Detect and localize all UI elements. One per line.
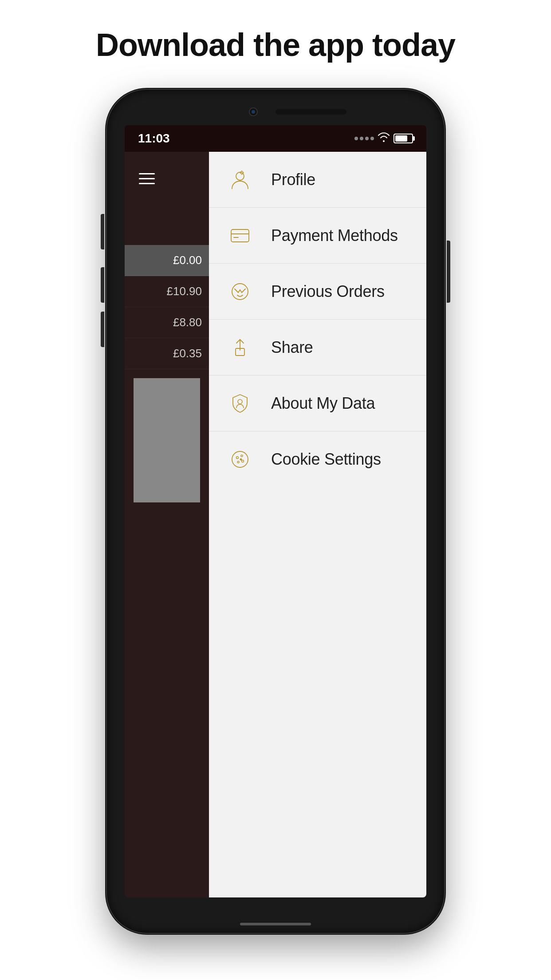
- menu-label-payment: Payment Methods: [271, 226, 398, 245]
- phone-bottom: [240, 915, 311, 933]
- payment-icon: [227, 222, 253, 249]
- orders-icon: [227, 278, 253, 305]
- svg-line-7: [238, 290, 240, 292]
- wifi-icon: [378, 132, 390, 145]
- hamburger-button[interactable]: [134, 165, 160, 192]
- menu-item-orders[interactable]: Previous Orders: [209, 264, 426, 320]
- price-item-4: £0.35: [125, 338, 209, 369]
- signal-dot-2: [360, 137, 363, 140]
- menu-item-share[interactable]: Share: [209, 320, 426, 375]
- status-icons: [354, 132, 413, 145]
- svg-line-5: [235, 289, 238, 292]
- data-icon: [227, 390, 253, 417]
- cookie-icon: [227, 446, 253, 473]
- home-indicator: [240, 923, 311, 925]
- hamburger-line-2: [139, 178, 155, 179]
- price-item-3: £8.80: [125, 307, 209, 338]
- svg-point-13: [236, 457, 239, 459]
- phone-speaker: [276, 109, 346, 115]
- signal-dots: [354, 137, 374, 140]
- svg-point-15: [237, 461, 239, 463]
- menu-label-share: Share: [271, 338, 313, 357]
- phone-device: 11:03: [107, 90, 444, 933]
- page-title: Download the app today: [96, 27, 455, 63]
- price-item-2: £10.90: [125, 276, 209, 307]
- left-sidebar: £0.00 £10.90 £8.80 £0.35: [125, 152, 209, 897]
- profile-icon: [227, 166, 253, 193]
- phone-camera: [249, 107, 258, 116]
- svg-point-16: [242, 460, 244, 462]
- drawer-menu: Profile Payment Methods: [209, 152, 426, 897]
- svg-point-14: [241, 455, 243, 457]
- status-time: 11:03: [138, 131, 170, 146]
- app-content: £0.00 £10.90 £8.80 £0.35: [125, 152, 426, 897]
- price-list: £0.00 £10.90 £8.80 £0.35: [125, 245, 209, 369]
- signal-dot-3: [365, 137, 369, 140]
- battery-icon: [394, 134, 413, 143]
- battery-fill: [395, 135, 407, 142]
- menu-label-profile: Profile: [271, 170, 315, 189]
- menu-item-payment[interactable]: Payment Methods: [209, 208, 426, 264]
- phone-top: [107, 90, 444, 125]
- status-bar: 11:03: [125, 125, 426, 152]
- phone-screen: 11:03: [125, 125, 426, 897]
- svg-point-11: [238, 399, 242, 404]
- svg-point-4: [232, 284, 248, 300]
- svg-point-17: [240, 459, 242, 460]
- menu-label-cookies: Cookie Settings: [271, 450, 381, 469]
- price-item-1: £0.00: [125, 245, 209, 276]
- menu-item-profile[interactable]: Profile: [209, 152, 426, 208]
- svg-line-8: [240, 290, 242, 292]
- hamburger-line-1: [139, 173, 155, 174]
- signal-dot-4: [370, 137, 374, 140]
- menu-item-data[interactable]: About My Data: [209, 375, 426, 431]
- hamburger-line-3: [139, 183, 155, 184]
- menu-label-data: About My Data: [271, 394, 375, 413]
- signal-dot-1: [354, 137, 358, 140]
- menu-item-cookies[interactable]: Cookie Settings: [209, 431, 426, 487]
- svg-rect-1: [231, 229, 249, 242]
- svg-line-6: [242, 289, 245, 292]
- menu-label-orders: Previous Orders: [271, 282, 385, 301]
- share-icon: [227, 334, 253, 361]
- sidebar-gray-box: [134, 378, 200, 502]
